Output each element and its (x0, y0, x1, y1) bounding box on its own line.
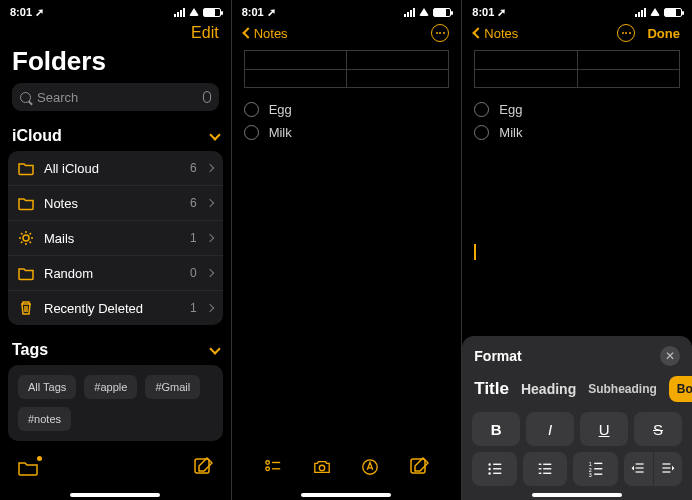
folder-label: Mails (44, 231, 180, 246)
section-label: Tags (12, 341, 48, 359)
more-button[interactable] (431, 24, 449, 42)
battery-icon (433, 8, 451, 17)
toolbar (232, 450, 462, 500)
tag-chip[interactable]: #Gmail (145, 375, 200, 399)
back-button[interactable]: Notes (244, 26, 288, 41)
checkbox-icon[interactable] (474, 125, 489, 140)
status-bar: 8:01 ➚ (0, 0, 231, 20)
tag-chip[interactable]: All Tags (18, 375, 76, 399)
svg-rect-22 (594, 468, 602, 469)
more-button[interactable] (617, 24, 635, 42)
note-body[interactable]: Egg Milk (232, 46, 462, 500)
folder-label: All iCloud (44, 161, 180, 176)
compose-button[interactable] (409, 457, 429, 481)
chevron-right-icon (205, 304, 213, 312)
chevron-right-icon (205, 164, 213, 172)
signal-icon (635, 8, 646, 17)
svg-rect-12 (493, 473, 501, 474)
close-button[interactable]: ✕ (660, 346, 680, 366)
signal-icon (174, 8, 185, 17)
dash-list-button[interactable] (523, 452, 568, 486)
checklist-item[interactable]: Milk (474, 121, 680, 144)
svg-rect-8 (493, 464, 501, 465)
style-title-button[interactable]: Title (474, 379, 509, 399)
battery-icon (664, 8, 682, 17)
compose-button[interactable] (193, 457, 213, 481)
table[interactable] (474, 50, 680, 88)
status-bar: 8:01 ➚ (462, 0, 692, 20)
back-button[interactable]: Notes (474, 26, 518, 41)
page-title: Folders (0, 46, 231, 83)
svg-rect-27 (636, 471, 644, 472)
folder-row-notes[interactable]: Notes 6 (8, 185, 223, 220)
badge-dot-icon (37, 456, 42, 461)
svg-point-3 (266, 467, 270, 471)
italic-button[interactable]: I (526, 412, 574, 446)
folder-row-mails[interactable]: Mails 1 (8, 220, 223, 255)
style-body-button[interactable]: Body (669, 376, 692, 402)
checklist-item[interactable]: Milk (244, 121, 450, 144)
svg-rect-25 (636, 463, 644, 464)
folder-label: Notes (44, 196, 180, 211)
checkbox-icon[interactable] (244, 102, 259, 117)
numbered-list-button[interactable]: 123 (573, 452, 618, 486)
checklist-label: Milk (269, 125, 292, 140)
wifi-icon (189, 8, 199, 16)
svg-rect-16 (543, 468, 551, 469)
checkbox-icon[interactable] (474, 102, 489, 117)
tag-chip[interactable]: #notes (18, 407, 71, 431)
wifi-icon (650, 8, 660, 16)
folder-row-all-icloud[interactable]: All iCloud 6 (8, 151, 223, 185)
screen-note-edit: 8:01 ➚ Notes Done (461, 0, 692, 500)
svg-rect-15 (539, 468, 542, 469)
text-cursor (474, 244, 680, 264)
home-indicator[interactable] (301, 493, 391, 497)
edit-button[interactable]: Edit (191, 24, 219, 42)
section-header-tags[interactable]: Tags (0, 335, 231, 365)
new-folder-button[interactable] (18, 458, 38, 480)
gear-icon (18, 230, 34, 246)
style-subheading-button[interactable]: Subheading (588, 382, 657, 396)
checklist-item[interactable]: Egg (244, 98, 450, 121)
folder-icon (18, 195, 34, 211)
indent-icon (660, 461, 676, 477)
home-indicator[interactable] (70, 493, 160, 497)
checklist-item[interactable]: Egg (474, 98, 680, 121)
folder-row-random[interactable]: Random 0 (8, 255, 223, 290)
bold-button[interactable]: B (472, 412, 520, 446)
indent-button[interactable] (653, 452, 682, 486)
home-indicator[interactable] (532, 493, 622, 497)
svg-text:3: 3 (589, 472, 592, 478)
style-heading-button[interactable]: Heading (521, 381, 576, 397)
section-header-icloud[interactable]: iCloud (0, 121, 231, 151)
folder-row-recently-deleted[interactable]: Recently Deleted 1 (8, 290, 223, 325)
camera-button[interactable] (312, 458, 332, 480)
svg-point-9 (488, 468, 490, 470)
folder-count: 1 (190, 231, 197, 245)
search-placeholder: Search (37, 90, 203, 105)
chevron-right-icon (205, 269, 213, 277)
underline-button[interactable]: U (580, 412, 628, 446)
back-label: Notes (484, 26, 518, 41)
location-icon: ➚ (267, 6, 276, 19)
screen-folders: 8:01 ➚ Edit Folders Search iCloud (0, 0, 231, 500)
strikethrough-button[interactable]: S (634, 412, 682, 446)
outdent-icon (630, 461, 646, 477)
search-input[interactable]: Search (12, 83, 219, 111)
folder-count: 1 (190, 301, 197, 315)
svg-rect-18 (543, 473, 551, 474)
done-button[interactable]: Done (647, 26, 680, 41)
location-icon: ➚ (35, 6, 44, 19)
checkbox-icon[interactable] (244, 125, 259, 140)
checklist-button[interactable] (264, 458, 282, 480)
folder-list: All iCloud 6 Notes 6 Mails 1 Random 0 (8, 151, 223, 325)
search-icon (20, 92, 31, 103)
tag-chip[interactable]: #apple (84, 375, 137, 399)
table[interactable] (244, 50, 450, 88)
chevron-down-icon (209, 343, 220, 354)
markup-button[interactable] (361, 458, 379, 480)
mic-icon[interactable] (203, 91, 211, 103)
bullet-list-button[interactable] (472, 452, 517, 486)
folder-count: 6 (190, 161, 197, 175)
outdent-button[interactable] (624, 452, 652, 486)
